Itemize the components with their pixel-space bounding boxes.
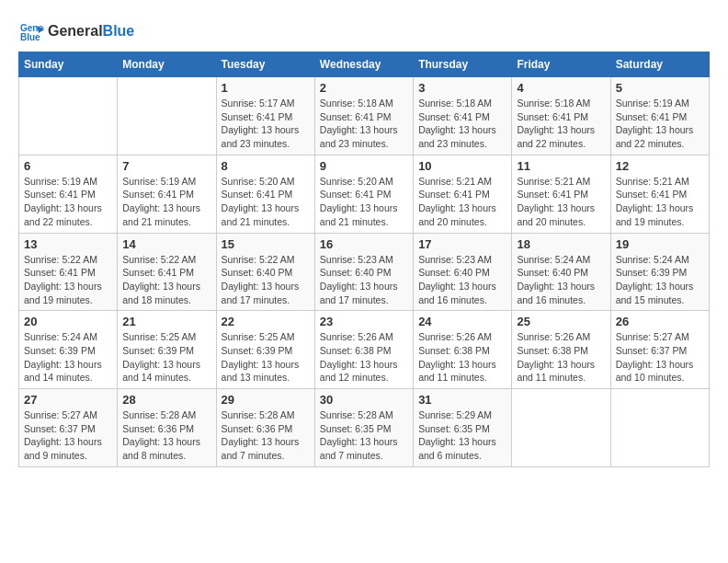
day-detail: Sunrise: 5:21 AM Sunset: 6:41 PM Dayligh…	[616, 175, 704, 229]
calendar-cell: 25Sunrise: 5:26 AM Sunset: 6:38 PM Dayli…	[512, 311, 610, 389]
calendar-cell: 7Sunrise: 5:19 AM Sunset: 6:41 PM Daylig…	[118, 155, 216, 233]
calendar-cell	[19, 77, 118, 155]
day-detail: Sunrise: 5:22 AM Sunset: 6:41 PM Dayligh…	[24, 253, 112, 307]
day-header-friday: Friday	[512, 52, 610, 77]
day-number: 2	[320, 81, 408, 95]
day-detail: Sunrise: 5:18 AM Sunset: 6:41 PM Dayligh…	[418, 97, 506, 151]
day-detail: Sunrise: 5:25 AM Sunset: 6:39 PM Dayligh…	[222, 330, 310, 385]
day-detail: Sunrise: 5:19 AM Sunset: 6:41 PM Dayligh…	[24, 175, 112, 229]
calendar-cell: 8Sunrise: 5:20 AM Sunset: 6:41 PM Daylig…	[216, 155, 314, 233]
calendar-cell: 23Sunrise: 5:26 AM Sunset: 6:38 PM Dayli…	[314, 311, 413, 389]
day-number: 20	[24, 315, 112, 328]
calendar-cell: 19Sunrise: 5:24 AM Sunset: 6:39 PM Dayli…	[610, 233, 709, 311]
calendar-cell	[610, 389, 709, 467]
calendar-cell: 26Sunrise: 5:27 AM Sunset: 6:37 PM Dayli…	[610, 311, 709, 389]
calendar-cell: 30Sunrise: 5:28 AM Sunset: 6:35 PM Dayli…	[314, 389, 413, 467]
day-number: 3	[418, 81, 506, 95]
day-header-thursday: Thursday	[414, 52, 512, 77]
calendar-cell: 9Sunrise: 5:20 AM Sunset: 6:41 PM Daylig…	[314, 155, 413, 233]
day-detail: Sunrise: 5:25 AM Sunset: 6:39 PM Dayligh…	[122, 330, 210, 385]
calendar-cell: 15Sunrise: 5:22 AM Sunset: 6:40 PM Dayli…	[216, 233, 314, 311]
calendar-cell	[512, 389, 610, 467]
day-detail: Sunrise: 5:23 AM Sunset: 6:40 PM Dayligh…	[320, 253, 408, 307]
calendar-week-row: 27Sunrise: 5:27 AM Sunset: 6:37 PM Dayli…	[19, 389, 710, 467]
calendar-cell: 10Sunrise: 5:21 AM Sunset: 6:41 PM Dayli…	[414, 155, 512, 233]
calendar-week-row: 6Sunrise: 5:19 AM Sunset: 6:41 PM Daylig…	[19, 155, 710, 233]
day-number: 28	[122, 393, 210, 407]
calendar-cell: 24Sunrise: 5:26 AM Sunset: 6:38 PM Dayli…	[414, 311, 512, 389]
day-number: 22	[222, 315, 310, 328]
day-detail: Sunrise: 5:24 AM Sunset: 6:40 PM Dayligh…	[517, 253, 605, 307]
day-number: 1	[222, 81, 310, 95]
day-number: 7	[122, 159, 210, 173]
day-detail: Sunrise: 5:28 AM Sunset: 6:36 PM Dayligh…	[122, 408, 210, 463]
calendar-cell: 11Sunrise: 5:21 AM Sunset: 6:41 PM Dayli…	[512, 155, 610, 233]
calendar-cell: 13Sunrise: 5:22 AM Sunset: 6:41 PM Dayli…	[19, 233, 118, 311]
day-number: 29	[222, 393, 310, 407]
svg-text:Blue: Blue	[20, 32, 40, 42]
calendar-cell: 29Sunrise: 5:28 AM Sunset: 6:36 PM Dayli…	[216, 389, 314, 467]
day-number: 31	[418, 393, 506, 407]
day-detail: Sunrise: 5:18 AM Sunset: 6:41 PM Dayligh…	[517, 97, 605, 151]
day-detail: Sunrise: 5:26 AM Sunset: 6:38 PM Dayligh…	[320, 330, 408, 385]
calendar-week-row: 13Sunrise: 5:22 AM Sunset: 6:41 PM Dayli…	[19, 233, 710, 311]
day-number: 5	[616, 81, 704, 95]
day-number: 21	[122, 315, 210, 328]
day-header-monday: Monday	[118, 52, 216, 77]
day-number: 13	[24, 237, 112, 251]
day-header-saturday: Saturday	[610, 52, 709, 77]
calendar-week-row: 20Sunrise: 5:24 AM Sunset: 6:39 PM Dayli…	[19, 311, 710, 389]
day-detail: Sunrise: 5:19 AM Sunset: 6:41 PM Dayligh…	[616, 97, 704, 151]
logo: General Blue GeneralBlue	[18, 18, 134, 44]
day-number: 24	[418, 315, 506, 328]
calendar-cell: 14Sunrise: 5:22 AM Sunset: 6:41 PM Dayli…	[118, 233, 216, 311]
calendar-table: SundayMondayTuesdayWednesdayThursdayFrid…	[18, 52, 710, 467]
calendar-cell: 22Sunrise: 5:25 AM Sunset: 6:39 PM Dayli…	[216, 311, 314, 389]
day-number: 30	[320, 393, 408, 407]
page-header: General Blue GeneralBlue	[18, 18, 710, 44]
logo-icon: General Blue	[18, 18, 44, 44]
day-number: 27	[24, 393, 112, 407]
logo-text: GeneralBlue	[48, 23, 134, 40]
calendar-cell: 3Sunrise: 5:18 AM Sunset: 6:41 PM Daylig…	[414, 77, 512, 155]
calendar-cell: 6Sunrise: 5:19 AM Sunset: 6:41 PM Daylig…	[19, 155, 118, 233]
day-header-tuesday: Tuesday	[216, 52, 314, 77]
day-number: 26	[616, 315, 704, 328]
day-detail: Sunrise: 5:20 AM Sunset: 6:41 PM Dayligh…	[320, 175, 408, 229]
day-detail: Sunrise: 5:28 AM Sunset: 6:36 PM Dayligh…	[222, 408, 310, 463]
calendar-week-row: 1Sunrise: 5:17 AM Sunset: 6:41 PM Daylig…	[19, 77, 710, 155]
day-detail: Sunrise: 5:26 AM Sunset: 6:38 PM Dayligh…	[517, 330, 605, 385]
day-detail: Sunrise: 5:22 AM Sunset: 6:40 PM Dayligh…	[222, 253, 310, 307]
day-number: 23	[320, 315, 408, 328]
day-number: 15	[222, 237, 310, 251]
day-number: 6	[24, 159, 112, 173]
calendar-cell: 16Sunrise: 5:23 AM Sunset: 6:40 PM Dayli…	[314, 233, 413, 311]
day-number: 19	[616, 237, 704, 251]
day-number: 25	[517, 315, 605, 328]
day-number: 18	[517, 237, 605, 251]
day-number: 12	[616, 159, 704, 173]
calendar-cell: 27Sunrise: 5:27 AM Sunset: 6:37 PM Dayli…	[19, 389, 118, 467]
calendar-cell: 31Sunrise: 5:29 AM Sunset: 6:35 PM Dayli…	[414, 389, 512, 467]
day-detail: Sunrise: 5:27 AM Sunset: 6:37 PM Dayligh…	[24, 408, 112, 463]
calendar-cell: 12Sunrise: 5:21 AM Sunset: 6:41 PM Dayli…	[610, 155, 709, 233]
day-detail: Sunrise: 5:24 AM Sunset: 6:39 PM Dayligh…	[24, 330, 112, 385]
day-number: 8	[222, 159, 310, 173]
calendar-cell: 28Sunrise: 5:28 AM Sunset: 6:36 PM Dayli…	[118, 389, 216, 467]
calendar-header-row: SundayMondayTuesdayWednesdayThursdayFrid…	[19, 52, 710, 77]
calendar-cell: 18Sunrise: 5:24 AM Sunset: 6:40 PM Dayli…	[512, 233, 610, 311]
calendar-cell: 21Sunrise: 5:25 AM Sunset: 6:39 PM Dayli…	[118, 311, 216, 389]
day-detail: Sunrise: 5:24 AM Sunset: 6:39 PM Dayligh…	[616, 253, 704, 307]
day-detail: Sunrise: 5:21 AM Sunset: 6:41 PM Dayligh…	[418, 175, 506, 229]
day-number: 17	[418, 237, 506, 251]
calendar-cell: 4Sunrise: 5:18 AM Sunset: 6:41 PM Daylig…	[512, 77, 610, 155]
day-detail: Sunrise: 5:18 AM Sunset: 6:41 PM Dayligh…	[320, 97, 408, 151]
calendar-cell: 5Sunrise: 5:19 AM Sunset: 6:41 PM Daylig…	[610, 77, 709, 155]
day-detail: Sunrise: 5:27 AM Sunset: 6:37 PM Dayligh…	[616, 330, 704, 385]
day-detail: Sunrise: 5:22 AM Sunset: 6:41 PM Dayligh…	[122, 253, 210, 307]
day-number: 14	[122, 237, 210, 251]
day-detail: Sunrise: 5:19 AM Sunset: 6:41 PM Dayligh…	[122, 175, 210, 229]
day-detail: Sunrise: 5:21 AM Sunset: 6:41 PM Dayligh…	[517, 175, 605, 229]
day-number: 16	[320, 237, 408, 251]
day-detail: Sunrise: 5:29 AM Sunset: 6:35 PM Dayligh…	[418, 408, 506, 463]
